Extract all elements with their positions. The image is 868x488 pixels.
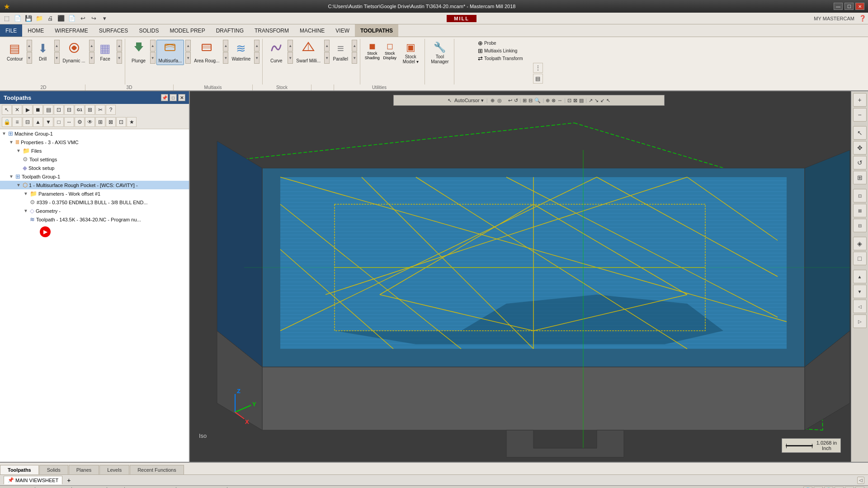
pt-help-btn[interactable]: ? xyxy=(106,105,116,115)
ribbon-arrow-area-dn[interactable]: ▼ xyxy=(223,52,228,64)
pt-move-btn[interactable]: ↔ xyxy=(64,117,74,127)
pt-scissors-btn[interactable]: ✂ xyxy=(95,105,105,115)
ribbon-arrow-parallel-up[interactable]: ▲ xyxy=(352,40,357,52)
rv-view3-btn[interactable]: ⊟ xyxy=(853,219,867,232)
qa-open-button[interactable]: 📄 xyxy=(13,14,23,23)
ribbon-arrow-water-dn[interactable]: ▼ xyxy=(254,52,259,64)
menu-transform[interactable]: TRANSFORM xyxy=(249,24,294,37)
ribbon-btn-parallel[interactable]: ≡ Parallel xyxy=(330,40,350,63)
pt-gear-btn[interactable]: ⚙ xyxy=(75,117,85,127)
ribbon-arrow-plunge-up[interactable]: ▲ xyxy=(150,40,156,52)
pt-star-btn[interactable]: ★ xyxy=(127,117,137,127)
pt-grid-btn[interactable]: ⊞ xyxy=(95,117,105,127)
pt-filter2-btn[interactable]: ⊡ xyxy=(54,105,64,115)
menu-drafting[interactable]: DRAFTING xyxy=(211,24,249,37)
qa-stock-button[interactable]: ⬛ xyxy=(56,14,66,23)
vt-icon9[interactable]: ⊡ xyxy=(567,98,571,103)
ribbon-btn-stock-shading[interactable]: ◼ StockShading xyxy=(364,40,380,61)
vt-icon4[interactable]: ⊟ xyxy=(528,98,533,103)
pt-select-btn[interactable]: ↖ xyxy=(2,105,12,115)
menu-toolpaths[interactable]: TOOLPATHS xyxy=(355,24,398,37)
pt-filter-btn[interactable]: ▤ xyxy=(43,105,53,115)
status-full-btn[interactable]: ● xyxy=(855,487,864,488)
vt-icon2[interactable]: ↺ xyxy=(514,98,518,103)
qa-undo-button[interactable]: ↩ xyxy=(78,14,88,23)
vt-icon8[interactable]: ↔ xyxy=(557,98,562,103)
my-mastercam-label[interactable]: MY MASTERCAM xyxy=(814,16,854,21)
rv-zoom-out-btn[interactable]: − xyxy=(853,108,867,122)
rv-cursor-btn[interactable]: ↖ xyxy=(853,126,867,140)
toolpath-transform-label[interactable]: Toolpath Transform xyxy=(484,56,523,61)
ribbon-btn-swarf[interactable]: Swarf Milli... xyxy=(294,40,323,65)
menu-solids[interactable]: SOLIDS xyxy=(133,24,164,37)
ribbon-arrow-swarf-up[interactable]: ▲ xyxy=(324,40,330,52)
vt-icon12[interactable]: ↗ xyxy=(589,98,593,103)
rv-rotate-btn[interactable]: ↺ xyxy=(853,156,867,169)
ribbon-btn-stock-model[interactable]: ▣ StockModel ▾ xyxy=(399,40,422,66)
menu-home[interactable]: HOME xyxy=(22,24,49,37)
autocursor-label[interactable]: AutoCursor ▾ xyxy=(454,98,484,103)
ribbon-btn-drill[interactable]: ⬇ Drill xyxy=(33,40,53,63)
ribbon-arrow-dyn-up[interactable]: ▲ xyxy=(89,40,94,52)
utilities-extra-btn[interactable]: ▤ xyxy=(533,74,543,84)
ribbon-btn-stock-display[interactable]: ◻ StockDisplay xyxy=(382,40,398,61)
tab-toolpaths[interactable]: Toolpaths xyxy=(0,465,39,474)
vt-icon5[interactable]: 🔍 xyxy=(534,98,541,103)
ribbon-arrow-multi-dn[interactable]: ▼ xyxy=(185,52,191,64)
rv-bottom-btn[interactable]: ▼ xyxy=(853,285,867,298)
tree-tool-settings[interactable]: ⚙ Tool settings xyxy=(0,155,189,164)
ribbon-arrow-curve-up[interactable]: ▲ xyxy=(288,40,293,52)
rv-fit-btn[interactable]: ⊞ xyxy=(853,171,867,184)
rv-extra2-btn[interactable]: ▷ xyxy=(853,314,867,328)
play-button[interactable]: ▶ xyxy=(40,226,51,237)
rv-wire-btn[interactable]: □ xyxy=(853,252,867,265)
menu-surfaces[interactable]: SURFACES xyxy=(94,24,134,37)
ribbon-arrow-curve-dn[interactable]: ▼ xyxy=(288,52,293,64)
status-globe-btn[interactable]: 🌐 xyxy=(803,487,812,488)
viewsheet-main[interactable]: 📌 MAIN VIEWSHEET xyxy=(4,476,62,484)
tree-multisurface-op[interactable]: ▼ ⬡ 1 - Multisurface Rough Pocket - [WCS… xyxy=(0,181,189,189)
tree-geometry[interactable]: ▼ ◇ Geometry - xyxy=(0,206,189,215)
vt-icon11[interactable]: ▤ xyxy=(579,98,584,103)
ribbon-arrow-dyn-dn[interactable]: ▼ xyxy=(89,52,94,64)
status-world-btn[interactable]: 🌍 xyxy=(824,487,833,488)
ribbon-arrow-multi-up[interactable]: ▲ xyxy=(185,40,191,52)
pt-grid2-btn[interactable]: ⊠ xyxy=(106,117,116,127)
menu-model-prep[interactable]: MODEL PREP xyxy=(164,24,210,37)
rv-zoom-in-btn[interactable]: + xyxy=(853,93,867,107)
pt-down-btn[interactable]: ▼ xyxy=(43,117,53,127)
status-half-btn[interactable]: ◑ xyxy=(845,487,854,488)
ribbon-btn-arearough[interactable]: Area Roug... xyxy=(192,40,222,65)
qa-save-button[interactable]: 💾 xyxy=(24,14,33,23)
tree-machine-group[interactable]: ▼ ⊞ Machine Group-1 xyxy=(0,129,189,138)
menu-wireframe[interactable]: WIREFRAME xyxy=(49,24,93,37)
pt-deselect-btn[interactable]: ✕ xyxy=(12,105,22,115)
tab-solids[interactable]: Solids xyxy=(39,465,68,474)
qa-file2-button[interactable]: 📄 xyxy=(67,14,77,23)
maximize-button[interactable]: ☐ xyxy=(844,3,854,10)
close-button[interactable]: ✕ xyxy=(855,3,864,10)
status-grid-btn[interactable]: ⊞ xyxy=(814,487,823,488)
panel-restore-button[interactable]: □ xyxy=(170,94,177,101)
ribbon-btn-tool-manager[interactable]: 🔧 ToolManager xyxy=(429,40,451,66)
menu-file[interactable]: FILE xyxy=(0,24,22,37)
snap-icon1[interactable]: ⊕ xyxy=(491,98,495,103)
pt-run-btn[interactable]: ▶ xyxy=(23,105,33,115)
ribbon-arrow-plunge-dn[interactable]: ▼ xyxy=(150,52,156,64)
ribbon-arrow-swarf-dn[interactable]: ▼ xyxy=(324,52,330,64)
panel-close-button[interactable]: ✕ xyxy=(178,94,185,101)
ribbon-arrow-drill-dn[interactable]: ▼ xyxy=(54,52,60,64)
tab-recent-functions[interactable]: Recent Functions xyxy=(130,465,184,474)
rv-extra1-btn[interactable]: ◁ xyxy=(853,300,867,313)
menu-view[interactable]: VIEW xyxy=(330,24,355,37)
menu-machine[interactable]: MACHINE xyxy=(294,24,330,37)
rv-view2-btn[interactable]: ⊠ xyxy=(853,204,867,217)
pt-lock-btn[interactable]: 🔒 xyxy=(2,117,12,127)
vt-icon13[interactable]: ↘ xyxy=(594,98,599,103)
vt-icon14[interactable]: ↙ xyxy=(600,98,604,103)
pt-up-btn[interactable]: ▲ xyxy=(33,117,43,127)
rv-shading-btn[interactable]: ◈ xyxy=(853,237,867,250)
ribbon-arrow-face-dn[interactable]: ▼ xyxy=(117,52,122,64)
pt-assoc-btn[interactable]: ⊞ xyxy=(85,105,95,115)
tree-toolpath-group[interactable]: ▼ ⊞ Toolpath Group-1 xyxy=(0,172,189,181)
